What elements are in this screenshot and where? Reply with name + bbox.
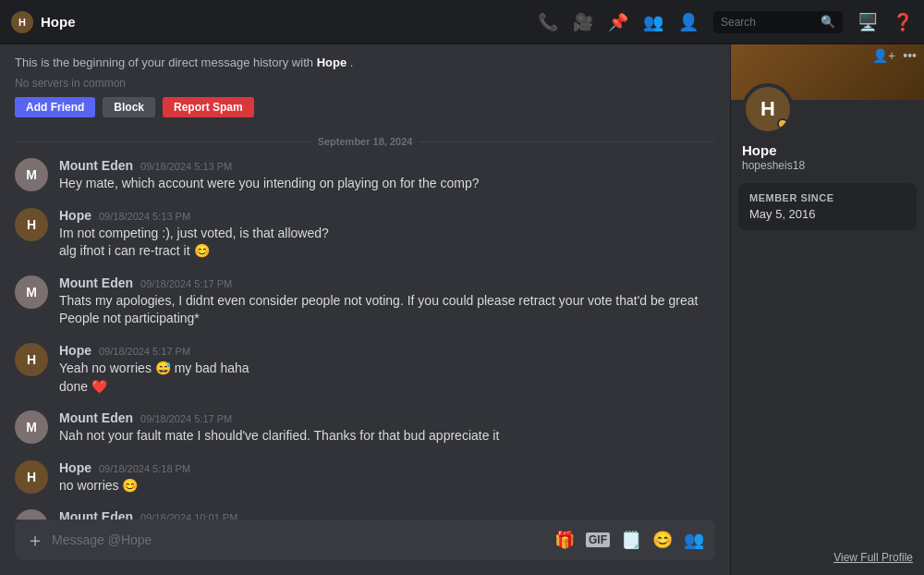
- profile-icon[interactable]: 👤: [678, 12, 699, 32]
- right-panel: 👤+ ••• H Hope hopesheis18 Member Since M…: [730, 44, 924, 575]
- dm-user-avatar: H: [11, 11, 33, 33]
- message-header: Hope 09/18/2024 5:17 PM: [59, 343, 715, 358]
- add-friend-button[interactable]: Add Friend: [15, 97, 95, 117]
- message-content: Hope 09/18/2024 5:13 PM Im not competing…: [59, 208, 715, 261]
- gif-icon[interactable]: GIF: [586, 532, 610, 547]
- message-header: Mount Eden 09/18/2024 5:13 PM: [59, 158, 715, 173]
- message-content: Mount Eden 09/18/2024 10:01 PM By the wa…: [59, 509, 715, 520]
- message-timestamp: 09/18/2024 5:17 PM: [99, 346, 190, 357]
- message-author: Mount Eden: [59, 509, 133, 520]
- avatar: H: [15, 208, 48, 241]
- message-content: Mount Eden 09/18/2024 5:13 PM Hey mate, …: [59, 158, 715, 193]
- add-attachment-button[interactable]: ＋: [26, 528, 44, 553]
- status-dot: [777, 118, 788, 129]
- date-divider-1: September 18, 2024: [15, 136, 715, 147]
- avatar: M: [15, 410, 48, 444]
- message-header: Mount Eden 09/18/2024 5:17 PM: [59, 275, 715, 290]
- message-content: Mount Eden 09/18/2024 5:17 PM Thats my a…: [59, 275, 715, 328]
- message-author: Mount Eden: [59, 410, 133, 425]
- chat-input-bar: ＋ 🎁 GIF 🗒️ 😊 👥: [15, 520, 715, 560]
- profile-name: Hope: [742, 142, 913, 158]
- block-button[interactable]: Block: [103, 97, 155, 117]
- message-text: Nah not your fault mate I should've clar…: [59, 427, 715, 446]
- help-icon[interactable]: ❓: [893, 12, 913, 32]
- message-text: Yeah no worries 😅 my bad haha done ❤️: [59, 360, 715, 396]
- messages-area[interactable]: September 18, 2024 M Mount Eden 09/18/20…: [0, 125, 730, 520]
- member-since-section: Member Since May 5, 2016: [738, 183, 917, 230]
- more-options-icon[interactable]: •••: [903, 48, 917, 63]
- report-spam-button[interactable]: Report Spam: [163, 97, 254, 117]
- message-text: no worries 😊: [59, 477, 715, 495]
- top-bar-left: H Hope: [11, 11, 76, 33]
- message-timestamp: 09/18/2024 10:01 PM: [140, 512, 237, 520]
- activity-icon[interactable]: 👥: [684, 530, 704, 550]
- message-author: Mount Eden: [59, 275, 133, 290]
- table-row: H Hope 09/18/2024 5:13 PM Im not competi…: [15, 208, 715, 261]
- chat-input[interactable]: [52, 532, 547, 547]
- member-since-value: May 5, 2016: [749, 207, 906, 221]
- phone-icon[interactable]: 📞: [538, 12, 558, 32]
- message-author: Hope: [59, 208, 91, 223]
- search-input[interactable]: [721, 16, 815, 29]
- message-timestamp: 09/18/2024 5:13 PM: [140, 161, 232, 172]
- message-text: Hey mate, which account were you intendi…: [59, 175, 715, 193]
- message-timestamp: 09/18/2024 5:18 PM: [99, 463, 190, 474]
- message-content: Hope 09/18/2024 5:17 PM Yeah no worries …: [59, 343, 715, 396]
- message-text: Im not competing :), just voted, is that…: [59, 225, 715, 261]
- top-bar-title: Hope: [41, 14, 76, 30]
- sticker-icon[interactable]: 🗒️: [621, 530, 641, 550]
- table-row: M Mount Eden 09/18/2024 5:17 PM Thats my…: [15, 275, 715, 328]
- top-bar-right: 📞 🎥 📌 👥 👤 🔍 🖥️ ❓: [538, 11, 913, 33]
- avatar: M: [15, 509, 48, 520]
- message-author: Mount Eden: [59, 158, 133, 173]
- chat-header-actions: Add Friend Block Report Spam: [15, 97, 715, 117]
- emoji-icon[interactable]: 😊: [652, 530, 673, 550]
- message-author: Hope: [59, 343, 91, 358]
- table-row: M Mount Eden 09/18/2024 5:13 PM Hey mate…: [15, 158, 715, 193]
- video-icon[interactable]: 🎥: [573, 12, 593, 32]
- message-content: Mount Eden 09/18/2024 5:17 PM Nah not yo…: [59, 410, 715, 446]
- message-content: Hope 09/18/2024 5:18 PM no worries 😊: [59, 460, 715, 495]
- add-friend-panel-icon[interactable]: 👤+: [872, 48, 895, 63]
- avatar: H: [742, 83, 794, 135]
- table-row: M Mount Eden 09/18/2024 5:17 PM Nah not …: [15, 410, 715, 446]
- message-header: Hope 09/18/2024 5:18 PM: [59, 460, 715, 475]
- message-header: Mount Eden 09/18/2024 10:01 PM: [59, 509, 715, 520]
- profile-panel-actions: 👤+ •••: [872, 48, 917, 63]
- input-action-icons: 🎁 GIF 🗒️ 😊 👥: [554, 530, 704, 550]
- message-timestamp: 09/18/2024 5:17 PM: [140, 278, 232, 289]
- avatar: H: [15, 460, 48, 494]
- table-row: H Hope 09/18/2024 5:18 PM no worries 😊: [15, 460, 715, 495]
- profile-username: hopesheis18: [742, 159, 913, 172]
- pin-icon[interactable]: 📌: [608, 12, 628, 32]
- message-text: Thats my apologies, I didnt even conside…: [59, 292, 715, 328]
- chat-header-description: This is the beginning of your direct mes…: [15, 55, 715, 69]
- message-timestamp: 09/18/2024 5:17 PM: [140, 413, 232, 424]
- avatar: H: [15, 343, 48, 376]
- table-row: M Mount Eden 09/18/2024 10:01 PM By the …: [15, 509, 715, 520]
- no-servers-label: No servers in common: [15, 77, 715, 90]
- chat-input-area: ＋ 🎁 GIF 🗒️ 😊 👥: [0, 520, 730, 575]
- table-row: H Hope 09/18/2024 5:17 PM Yeah no worrie…: [15, 343, 715, 396]
- chat-panel: This is the beginning of your direct mes…: [0, 44, 730, 575]
- avatar: M: [15, 275, 48, 309]
- avatar: M: [15, 158, 48, 191]
- inbox-icon[interactable]: 🖥️: [857, 12, 878, 32]
- profile-avatar-area: H: [731, 83, 924, 135]
- view-full-profile-button[interactable]: View Full Profile: [731, 544, 924, 575]
- search-icon: 🔍: [821, 15, 835, 29]
- main-content: This is the beginning of your direct mes…: [0, 44, 924, 575]
- message-header: Mount Eden 09/18/2024 5:17 PM: [59, 410, 715, 425]
- message-author: Hope: [59, 460, 91, 475]
- members-icon[interactable]: 👥: [643, 12, 663, 32]
- message-header: Hope 09/18/2024 5:13 PM: [59, 208, 715, 223]
- search-bar[interactable]: 🔍: [713, 11, 843, 33]
- top-bar: H Hope 📞 🎥 📌 👥 👤 🔍 🖥️ ❓: [0, 0, 924, 44]
- profile-info: Hope hopesheis18: [731, 135, 924, 183]
- member-since-label: Member Since: [749, 192, 906, 203]
- message-timestamp: 09/18/2024 5:13 PM: [99, 211, 190, 222]
- gift-icon[interactable]: 🎁: [554, 530, 575, 550]
- chat-header: This is the beginning of your direct mes…: [0, 44, 730, 125]
